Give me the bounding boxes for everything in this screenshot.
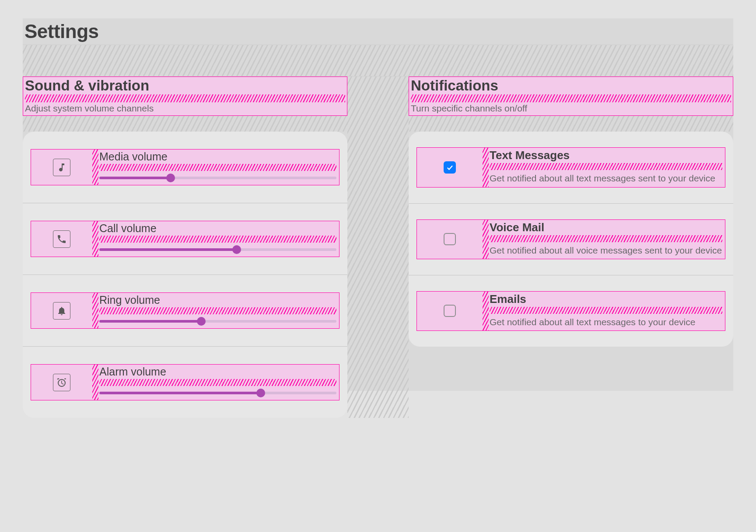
sound-row-inner: Call volume — [31, 221, 340, 257]
notification-body: Text Messages Get notified about all tex… — [489, 148, 725, 187]
notifications-column: Notifications Turn specific channels on/… — [409, 76, 733, 418]
slider-track — [99, 392, 336, 394]
slider-track — [99, 177, 336, 179]
sound-body: Ring volume — [98, 293, 339, 328]
notification-title: Text Messages — [490, 149, 722, 162]
volume-slider[interactable] — [99, 317, 336, 326]
slider-thumb[interactable] — [197, 317, 206, 326]
gap-hatch — [99, 379, 336, 386]
gap-hatch — [99, 236, 336, 243]
notification-title: Emails — [490, 292, 722, 306]
gap-hatch — [25, 94, 345, 102]
checkbox[interactable] — [444, 161, 456, 174]
gap-hatch — [99, 164, 336, 171]
sound-icon-col — [31, 150, 92, 185]
slider-track — [99, 248, 336, 251]
gap-hatch — [92, 150, 98, 185]
sound-column: Sound & vibration Adjust system volume c… — [23, 76, 347, 418]
notification-row: Emails Get notified about all text messa… — [409, 275, 733, 347]
sound-row-inner: Media volume — [31, 149, 340, 185]
sound-row: Ring volume — [23, 275, 347, 347]
sound-row-inner: Ring volume — [31, 292, 340, 329]
page-title: Settings — [24, 21, 99, 42]
notification-row-inner: Emails Get notified about all text messa… — [416, 291, 725, 331]
column-gap — [347, 76, 409, 418]
notifications-subheading: Turn specific channels on/off — [411, 103, 731, 114]
sound-icon-col — [31, 221, 92, 257]
gap-hatch — [490, 235, 722, 242]
gap-hatch — [411, 94, 731, 102]
gap-hatch — [490, 163, 722, 170]
volume-slider[interactable] — [99, 174, 336, 182]
sound-label: Media volume — [99, 150, 336, 163]
gap-hatch — [483, 292, 489, 330]
sound-body: Call volume — [98, 221, 339, 257]
phone-icon[interactable] — [53, 230, 70, 248]
sound-label: Call volume — [99, 222, 336, 235]
gap-hatch — [92, 365, 98, 400]
sound-subheading: Adjust system volume channels — [25, 103, 345, 114]
sound-row-inner: Alarm volume — [31, 364, 340, 400]
gap-hatch — [99, 307, 336, 314]
settings-canvas: Settings Sound & vibration Adjust system… — [23, 18, 733, 391]
notifications-section-header: Notifications Turn specific channels on/… — [409, 76, 733, 116]
notification-row-inner: Text Messages Get notified about all tex… — [416, 147, 725, 187]
page-title-wrap: Settings — [23, 18, 733, 45]
sound-row: Alarm volume — [23, 347, 347, 418]
sound-icon-col — [31, 365, 92, 400]
slider-thumb[interactable] — [256, 389, 265, 397]
bell-icon[interactable] — [53, 302, 70, 320]
sound-label: Alarm volume — [99, 365, 336, 378]
notification-desc: Get notified about all text messages to … — [490, 316, 722, 328]
notification-row-inner: Voice Mail Get notified about all voice … — [416, 219, 725, 259]
notification-body: Emails Get notified about all text messa… — [489, 292, 725, 330]
checkbox-col — [417, 148, 483, 187]
sound-section-header: Sound & vibration Adjust system volume c… — [23, 76, 347, 116]
notification-desc: Get notified about all voice messages se… — [490, 245, 722, 256]
slider-fill — [99, 392, 261, 394]
checkbox-col — [417, 220, 483, 259]
notification-title: Voice Mail — [490, 221, 722, 234]
slider-thumb[interactable] — [232, 245, 241, 254]
sound-label: Ring volume — [99, 294, 336, 306]
sound-card: Media volume Call volume — [23, 132, 347, 418]
spacer — [409, 116, 733, 132]
checkbox[interactable] — [444, 305, 456, 317]
sound-row: Media volume — [23, 132, 347, 203]
slider-fill — [99, 248, 237, 251]
volume-slider[interactable] — [99, 245, 336, 254]
sound-body: Media volume — [98, 150, 339, 185]
notification-body: Voice Mail Get notified about all voice … — [489, 220, 725, 259]
music-note-icon[interactable] — [53, 159, 70, 176]
notification-row: Text Messages Get notified about all tex… — [409, 132, 733, 203]
notifications-card: Text Messages Get notified about all tex… — [409, 132, 733, 347]
notification-row: Voice Mail Get notified about all voice … — [409, 204, 733, 275]
sound-heading: Sound & vibration — [25, 78, 345, 94]
checkbox[interactable] — [444, 233, 456, 245]
slider-thumb[interactable] — [166, 174, 175, 182]
spacer — [23, 116, 347, 132]
notifications-heading: Notifications — [411, 78, 731, 94]
gap-hatch — [490, 307, 722, 314]
sound-row: Call volume — [23, 203, 347, 275]
gap-hatch — [483, 148, 489, 187]
gap-hatch — [483, 220, 489, 259]
sound-icon-col — [31, 293, 92, 328]
notification-desc: Get notified about all text messages sen… — [490, 173, 722, 184]
slider-fill — [99, 177, 171, 179]
volume-slider[interactable] — [99, 389, 336, 397]
gap-hatch — [92, 221, 98, 257]
spacer — [23, 45, 733, 76]
checkbox-col — [417, 292, 483, 330]
slider-fill — [99, 320, 201, 323]
gap-hatch — [92, 293, 98, 328]
sound-body: Alarm volume — [98, 365, 339, 400]
alarm-icon[interactable] — [53, 374, 70, 391]
slider-track — [99, 320, 336, 323]
